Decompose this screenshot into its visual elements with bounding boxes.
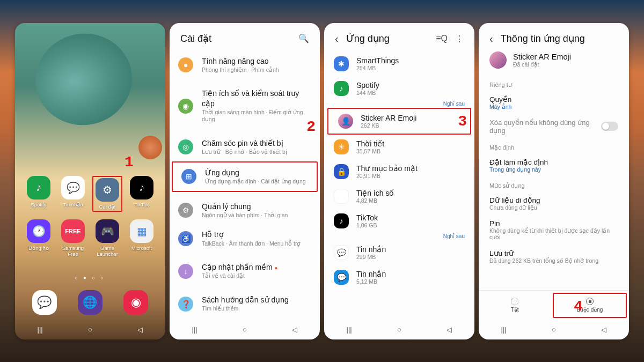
app-avatar	[489, 51, 507, 69]
app-secure-folder[interactable]: 🔒Thư mục bảo mật20,91 MB	[324, 159, 474, 184]
nav-home[interactable]: ○	[394, 326, 405, 334]
row-battery[interactable]: Pin Không dùng kể từ khi thiết bị được s…	[479, 215, 629, 245]
app-tiktok[interactable]: ♪TikTok1,06 GB	[324, 209, 474, 233]
phone-settings: Cài đặt 🔍 ●Tính năng nâng caoPhòng thí n…	[170, 23, 320, 339]
app-digital-wellbeing[interactable]: ◔Tiện ích số4,82 MB	[324, 184, 474, 209]
phone-home-screen: ♪Spotify 💬Tin nhắn ⚙Cài đặt ♪TikTok 🕐Đồn…	[15, 23, 165, 339]
nav-back[interactable]: ◁	[598, 326, 609, 334]
app-messages-2[interactable]: 💬Tin nhắn5,12 MB	[324, 265, 474, 290]
back-icon[interactable]: ‹	[489, 33, 493, 45]
nav-back[interactable]: ◁	[135, 326, 145, 334]
force-stop-icon	[586, 298, 594, 305]
section-privacy: Riêng tư	[479, 76, 629, 91]
action-force-stop[interactable]: Buộc dừng	[553, 293, 627, 318]
row-revoke-perms[interactable]: Xóa quyền nếu không dùng ứng dụng	[479, 114, 629, 139]
nav-bar: ||| ○ ◁	[170, 320, 320, 339]
info-app-status: Đã cài đặt	[513, 61, 571, 68]
app-spotify[interactable]: ♪Spotify144 MB	[324, 76, 474, 101]
app-clock[interactable]: 🕐Đồng hồ	[24, 219, 54, 257]
nav-recents[interactable]: |||	[35, 326, 46, 334]
app-smartthings[interactable]: ✱SmartThings254 MB	[324, 51, 474, 76]
dock-camera[interactable]: ◉	[123, 290, 148, 315]
disable-icon	[511, 298, 518, 305]
info-content[interactable]: Riêng tư Quyền Máy ảnh Xóa quyền nếu khô…	[479, 76, 629, 290]
app-settings[interactable]: ⚙Cài đặt	[92, 176, 122, 212]
app-spotify[interactable]: ♪Spotify	[24, 176, 54, 212]
app-messages-1[interactable]: 💬Tin nhắn299 MB	[324, 240, 474, 265]
nav-back[interactable]: ◁	[289, 326, 300, 334]
phone-apps-list: ‹ Ứng dụng ≡Q ⋮ ✱SmartThings254 MB ♪Spot…	[324, 23, 474, 339]
info-actions: Tắt Buộc dừng	[479, 290, 629, 320]
step-number-1: 1	[125, 154, 134, 171]
app-sticker-ar-emoji[interactable]: 👤Sticker AR Emoji262 KB	[327, 108, 471, 135]
step-number-2: 2	[306, 119, 316, 135]
settings-accessibility[interactable]: ♿Hỗ trợTalkBack · Âm thanh đơn · Menu hỗ…	[170, 224, 320, 253]
wallpaper-shape	[27, 25, 140, 134]
app-messages[interactable]: 💬Tin nhắn	[58, 176, 88, 212]
settings-digital-wellbeing[interactable]: ◉Tiện ích số và kiểm soát truy cậpThời g…	[170, 83, 320, 129]
nav-home[interactable]: ○	[239, 326, 250, 334]
row-set-default[interactable]: Đặt làm mặc định Trong ứng dụng này	[479, 153, 629, 177]
back-icon[interactable]: ‹	[335, 33, 339, 45]
dock-messages[interactable]: 💬	[32, 290, 57, 315]
step-number-3: 3	[458, 113, 467, 130]
settings-list[interactable]: ●Tính năng nâng caoPhòng thí nghiệm · Ph…	[170, 51, 320, 320]
nav-bar: ||| ○ ◁	[479, 320, 629, 339]
row-mobile-data[interactable]: Dữ liệu di động Chưa dùng dữ liệu	[479, 191, 629, 215]
row-permissions[interactable]: Quyền Máy ảnh	[479, 91, 629, 114]
settings-header: Cài đặt 🔍	[170, 23, 320, 51]
more-icon[interactable]: ⋮	[455, 34, 464, 44]
app-microsoft[interactable]: ▦Microsoft	[127, 219, 157, 257]
nav-recents[interactable]: |||	[499, 326, 509, 334]
app-game-launcher[interactable]: 🎮Game Launcher	[92, 219, 122, 257]
app-weather[interactable]: ☀Thời tiết35,57 MB	[324, 135, 474, 159]
apps-scroll[interactable]: ✱SmartThings254 MB ♪Spotify144 MB Nghỉ s…	[324, 51, 474, 320]
row-storage[interactable]: Lưu trữ Đã dùng 262 KB trên tổng số Bộ n…	[479, 245, 629, 268]
info-title: Thông tin ứng dụng	[501, 33, 618, 45]
dock: 💬 🌐 ◉	[21, 286, 159, 319]
apps-header: ‹ Ứng dụng ≡Q ⋮	[324, 23, 474, 51]
app-tiktok[interactable]: ♪TikTok	[127, 176, 157, 212]
section-default: Mặc định	[479, 139, 629, 153]
filter-icon[interactable]: ≡Q	[436, 34, 448, 43]
settings-apps[interactable]: ⊞Ứng dụngỨng dụng mặc định · Cài đặt ứng…	[172, 161, 318, 192]
aside-label: Nghỉ sau	[324, 101, 474, 108]
nav-bar: ||| ○ ◁	[15, 320, 165, 339]
info-app-header: Sticker AR Emoji Đã cài đặt	[479, 48, 629, 76]
nav-home[interactable]: ○	[85, 326, 96, 334]
settings-device-care[interactable]: ◎Chăm sóc pin và thiết bịLưu trữ · Bộ nh…	[170, 133, 320, 161]
phone-app-info: ‹ Thông tin ứng dụng Sticker AR Emoji Đã…	[479, 23, 629, 339]
nav-recents[interactable]: |||	[344, 326, 355, 334]
settings-advanced[interactable]: ●Tính năng nâng caoPhòng thí nghiệm · Ph…	[170, 51, 320, 79]
nav-bar: ||| ○ ◁	[324, 320, 474, 339]
step-number-4: 4	[574, 298, 583, 315]
nav-recents[interactable]: |||	[189, 326, 200, 334]
settings-update[interactable]: ↓Cập nhật phần mềm ●Tải về và cài đặt	[170, 257, 320, 285]
info-app-name: Sticker AR Emoji	[513, 53, 571, 61]
dock-internet[interactable]: 🌐	[78, 290, 103, 315]
nav-back[interactable]: ◁	[444, 326, 455, 334]
action-disable[interactable]: Tắt	[479, 291, 551, 320]
app-samsung-free[interactable]: FREESamsung Free	[58, 219, 88, 257]
home-apps-grid: ♪Spotify 💬Tin nhắn ⚙Cài đặt ♪TikTok 🕐Đồn…	[15, 176, 165, 257]
toggle-revoke[interactable]	[601, 122, 618, 131]
apps-title: Ứng dụng	[346, 33, 429, 45]
nav-home[interactable]: ○	[548, 326, 559, 334]
aside-label: Nghỉ sau	[324, 233, 474, 240]
search-icon[interactable]: 🔍	[298, 33, 309, 43]
section-usage: Mức sử dụng	[479, 177, 629, 191]
settings-guide[interactable]: ❓Sách hướng dẫn sử dụngTìm hiểu thêm	[170, 290, 320, 318]
settings-general[interactable]: ⚙Quản lý chungNgôn ngữ và bàn phím · Thờ…	[170, 196, 320, 225]
settings-title: Cài đặt	[180, 33, 291, 45]
info-header-bar: ‹ Thông tin ứng dụng	[479, 23, 629, 48]
page-indicator: ○ ● ○ ○	[15, 275, 165, 280]
wallpaper-shape-small	[138, 136, 162, 159]
